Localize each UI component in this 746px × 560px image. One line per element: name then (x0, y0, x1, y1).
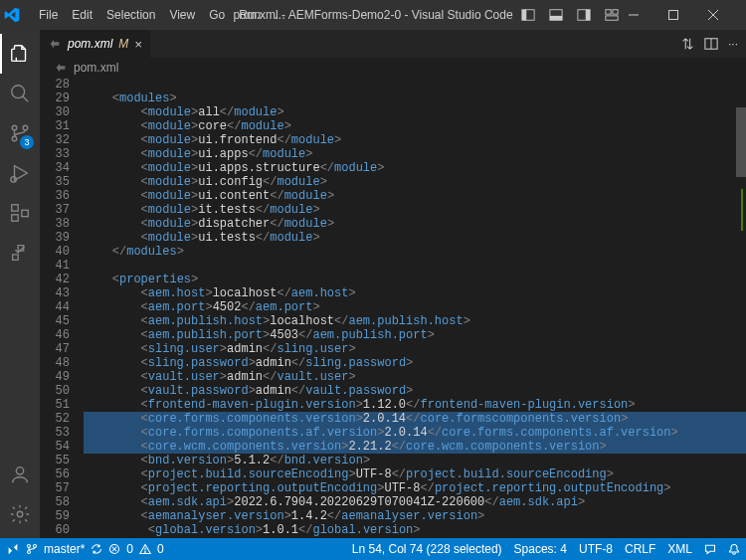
tab-close-icon[interactable]: × (134, 37, 142, 52)
svg-rect-3 (550, 16, 562, 20)
xml-file-icon (48, 37, 62, 51)
tab-modified-indicator: M (118, 37, 128, 51)
toggle-panel-icon[interactable] (545, 4, 567, 26)
editor-tabs: pom.xml M × ··· (40, 30, 746, 58)
activity-search-icon[interactable] (0, 74, 40, 113)
status-bar: master* 0 0 Ln 54, Col 74 (228 selected)… (0, 538, 746, 560)
activity-settings-icon[interactable] (0, 494, 40, 534)
scm-badge: 3 (20, 135, 34, 149)
activity-explorer-icon[interactable] (0, 34, 40, 74)
svg-line-14 (23, 96, 29, 102)
menu-bar: File Edit Selection View Go Run … pom.xm… (0, 0, 746, 30)
encoding[interactable]: UTF-8 (579, 542, 613, 556)
menu-view[interactable]: View (162, 8, 202, 22)
svg-point-29 (34, 545, 37, 548)
code-editor[interactable]: 2829303132333435363738394041424344454647… (40, 78, 746, 538)
svg-point-15 (12, 125, 17, 130)
svg-point-16 (12, 136, 17, 141)
window-close-icon[interactable] (708, 10, 742, 20)
compare-changes-icon[interactable] (680, 37, 694, 51)
activity-source-control-icon[interactable]: 3 (0, 113, 40, 153)
window-maximize-icon[interactable] (668, 10, 702, 20)
svg-rect-21 (12, 215, 18, 221)
error-count: 0 (126, 542, 133, 556)
code-content[interactable]: <modules> <module>all</module> <module>c… (84, 78, 746, 538)
activity-run-debug-icon[interactable] (0, 153, 40, 193)
toggle-secondary-sidebar-icon[interactable] (573, 4, 595, 26)
menu-run[interactable]: Run (232, 8, 268, 22)
activity-bar: 3 (0, 30, 40, 538)
svg-rect-6 (606, 10, 611, 14)
customize-layout-icon[interactable] (601, 4, 623, 26)
svg-rect-5 (586, 10, 590, 21)
split-editor-icon[interactable] (704, 37, 718, 51)
scrollbar-thumb[interactable] (736, 107, 746, 177)
menu-selection[interactable]: Selection (99, 8, 162, 22)
indentation[interactable]: Spaces: 4 (514, 542, 567, 556)
vertical-scrollbar[interactable] (736, 78, 746, 538)
warning-icon[interactable] (139, 543, 151, 555)
sync-icon[interactable] (91, 543, 102, 555)
tab-pom-xml[interactable]: pom.xml M × (40, 30, 151, 58)
menu-go[interactable]: Go (202, 8, 232, 22)
svg-rect-8 (606, 16, 618, 20)
vscode-logo-icon (4, 7, 32, 23)
activity-extensions-icon[interactable] (0, 193, 40, 233)
svg-rect-10 (669, 11, 678, 20)
error-icon[interactable] (108, 543, 120, 555)
menu-file[interactable]: File (32, 8, 65, 22)
svg-point-27 (28, 545, 31, 548)
branch-icon[interactable] (26, 543, 38, 555)
change-indicator (741, 189, 743, 231)
eol[interactable]: CRLF (625, 542, 655, 556)
xml-file-icon (54, 61, 68, 75)
language-mode[interactable]: XML (667, 542, 692, 556)
svg-rect-7 (613, 10, 618, 14)
svg-point-34 (145, 552, 146, 553)
activity-testing-icon[interactable] (0, 233, 40, 273)
svg-rect-1 (522, 10, 526, 21)
activity-accounts-icon[interactable] (0, 455, 40, 494)
tab-filename: pom.xml (68, 37, 112, 51)
warning-count: 0 (157, 542, 164, 556)
menu-overflow-icon[interactable]: … (268, 8, 291, 22)
svg-point-24 (17, 511, 23, 517)
svg-rect-22 (22, 210, 28, 216)
branch-name[interactable]: master* (44, 542, 85, 556)
breadcrumb-file: pom.xml (74, 61, 118, 75)
menu-edit[interactable]: Edit (65, 8, 99, 22)
svg-rect-20 (12, 205, 18, 211)
svg-point-13 (12, 86, 25, 98)
svg-point-23 (16, 467, 23, 474)
remote-indicator-icon[interactable] (6, 542, 20, 556)
cursor-position[interactable]: Ln 54, Col 74 (228 selected) (352, 542, 502, 556)
breadcrumb[interactable]: pom.xml (40, 58, 746, 78)
toggle-primary-sidebar-icon[interactable] (517, 4, 539, 26)
window-minimize-icon[interactable] (629, 10, 662, 20)
more-actions-icon[interactable]: ··· (728, 37, 738, 51)
feedback-icon[interactable] (704, 543, 716, 555)
svg-point-28 (28, 551, 31, 554)
svg-point-17 (23, 125, 28, 130)
line-number-gutter: 2829303132333435363738394041424344454647… (40, 78, 80, 538)
notifications-icon[interactable] (728, 543, 740, 555)
